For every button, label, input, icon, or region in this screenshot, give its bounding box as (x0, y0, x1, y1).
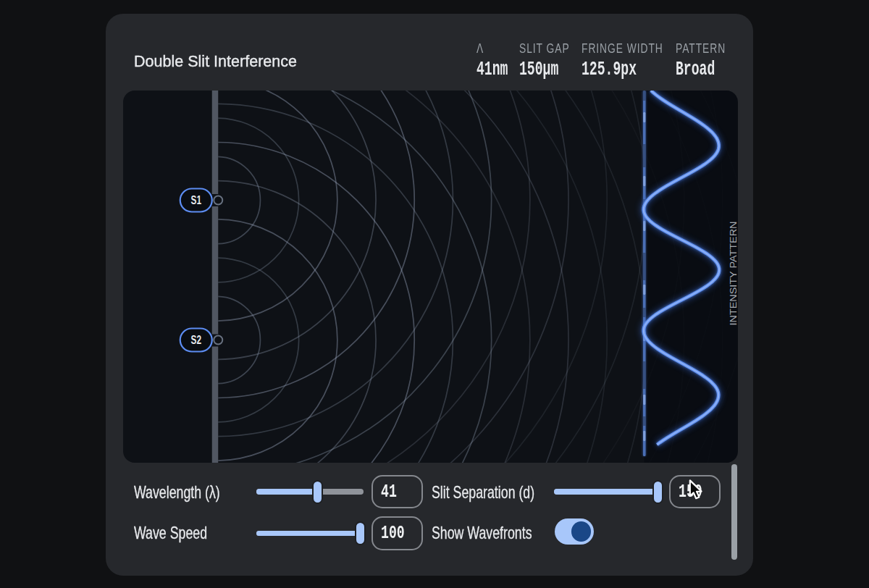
svg-text:S2: S2 (190, 334, 201, 346)
svg-text:S1: S1 (190, 194, 201, 206)
svg-text:INTENSITY PATTERN: INTENSITY PATTERN (727, 221, 737, 325)
